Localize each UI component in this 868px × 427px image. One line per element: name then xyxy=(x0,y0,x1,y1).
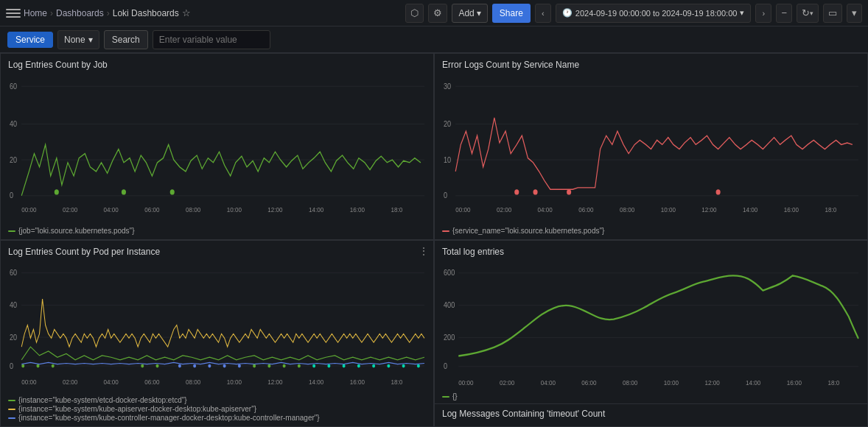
none-chevron-icon: ▾ xyxy=(88,35,93,45)
panel-total-logs: Total log entries 600 400 200 0 00:00 02… xyxy=(434,240,868,427)
panel-log-entries-job: Log Entries Count by Job 60 40 20 0 xyxy=(0,53,434,240)
legend-item-total: {} xyxy=(442,392,860,400)
share-button[interactable]: Share xyxy=(492,4,531,23)
menu-icon[interactable] xyxy=(6,6,21,21)
legend-color-total xyxy=(442,396,449,398)
svg-text:10:00: 10:00 xyxy=(661,205,676,214)
legend-color-apiserver xyxy=(8,409,15,410)
legend-color-service xyxy=(442,230,449,232)
svg-text:20: 20 xyxy=(444,119,451,128)
svg-text:600: 600 xyxy=(444,269,455,278)
service-tab[interactable]: Service xyxy=(7,32,53,48)
favorite-icon[interactable]: ☆ xyxy=(182,7,191,18)
legend-item-service: {service_name="loki.source.kubernetes.po… xyxy=(442,227,860,235)
svg-text:16:00: 16:00 xyxy=(784,205,799,214)
svg-text:12:00: 12:00 xyxy=(704,378,719,387)
none-label: None xyxy=(64,35,85,45)
svg-text:20: 20 xyxy=(10,333,18,342)
time-nav-right[interactable]: › xyxy=(755,4,771,23)
svg-text:00:00: 00:00 xyxy=(455,205,470,214)
filterbar: Service None ▾ Search xyxy=(0,27,868,53)
svg-point-58 xyxy=(208,364,211,368)
add-button[interactable]: Add ▾ xyxy=(452,4,487,23)
svg-point-54 xyxy=(141,364,144,368)
topbar-right: ⬡ ⚙ Add ▾ Share ‹ 🕐 2024-09-19 00:00:00 … xyxy=(405,4,862,23)
panel-menu-btn-pod[interactable]: ⋮ xyxy=(419,245,429,257)
panel-title-error-logs-service: Error Logs Count by Service Name xyxy=(442,60,860,70)
svg-point-65 xyxy=(312,364,315,368)
svg-text:14:00: 14:00 xyxy=(309,205,323,214)
svg-point-59 xyxy=(223,364,226,368)
settings-icon-btn[interactable]: ⚙ xyxy=(428,4,447,23)
svg-text:20: 20 xyxy=(10,155,17,164)
panel-log-entries-pod: Log Entries Count by Pod per Instance ⋮ … xyxy=(0,240,434,427)
svg-text:02:00: 02:00 xyxy=(500,378,514,387)
chart-legend-total: {} xyxy=(442,392,860,400)
svg-point-66 xyxy=(327,364,330,368)
svg-point-9 xyxy=(122,189,126,194)
legend-item-job: {job="loki.source.kubernetes.pods"} xyxy=(8,227,426,235)
breadcrumb: Home › Dashboards › Loki Dashboards xyxy=(24,8,179,18)
svg-text:14:00: 14:00 xyxy=(309,378,323,386)
monitor-btn[interactable]: ▭ xyxy=(823,4,842,23)
chart-svg-error-logs: 30 20 10 0 00:00 02:00 04:00 06:00 08 xyxy=(442,73,860,225)
chart-legend-log-entries-job: {job="loki.source.kubernetes.pods"} xyxy=(8,227,426,235)
svg-point-8 xyxy=(55,189,59,194)
refresh-btn[interactable]: ↻ ▾ xyxy=(797,4,819,23)
chart-svg-pod: 60 40 20 0 xyxy=(8,260,426,395)
svg-text:06:00: 06:00 xyxy=(581,378,596,387)
svg-text:18:0: 18:0 xyxy=(391,205,402,214)
svg-text:10:00: 10:00 xyxy=(227,378,242,386)
svg-text:18:0: 18:0 xyxy=(827,378,839,387)
svg-text:16:00: 16:00 xyxy=(350,205,365,214)
breadcrumb-dashboards[interactable]: Dashboards xyxy=(56,8,104,18)
panel-error-logs-service: Error Logs Count by Service Name 30 20 1… xyxy=(434,53,868,240)
svg-text:10: 10 xyxy=(444,155,451,164)
variable-input[interactable] xyxy=(153,30,270,49)
svg-text:00:00: 00:00 xyxy=(458,378,473,387)
legend-text-total: {} xyxy=(452,392,458,400)
svg-text:12:00: 12:00 xyxy=(267,205,282,214)
topbar-left: Home › Dashboards › Loki Dashboards ☆ xyxy=(6,6,401,21)
chart-error-logs-service: 30 20 10 0 00:00 02:00 04:00 06:00 08 xyxy=(442,73,860,225)
chart-total-logs: 600 400 200 0 00:00 02:00 04:00 06:00 08… xyxy=(442,260,860,391)
svg-text:30: 30 xyxy=(444,82,451,91)
svg-point-56 xyxy=(178,364,181,368)
breadcrumb-home[interactable]: Home xyxy=(24,8,47,18)
svg-point-61 xyxy=(253,364,256,368)
svg-point-51 xyxy=(21,364,24,368)
svg-point-64 xyxy=(298,364,301,368)
svg-text:00:00: 00:00 xyxy=(21,378,36,386)
svg-point-32 xyxy=(716,189,721,194)
svg-text:08:00: 08:00 xyxy=(186,378,200,386)
svg-point-72 xyxy=(417,364,420,368)
time-nav-left[interactable]: ‹ xyxy=(535,4,551,23)
cloud-icon-btn[interactable]: ⬡ xyxy=(405,4,424,23)
legend-item-apiserver: {instance="kube-system/kube-apiserver-do… xyxy=(8,405,426,413)
panel-title-log-entries-job: Log Entries Count by Job xyxy=(8,60,426,70)
legend-color-job xyxy=(8,230,15,232)
subpanel-total-logs: Total log entries 600 400 200 0 00:00 02… xyxy=(435,241,867,404)
svg-text:400: 400 xyxy=(444,301,455,310)
svg-text:14:00: 14:00 xyxy=(746,378,760,387)
svg-text:18:0: 18:0 xyxy=(825,205,836,214)
svg-point-52 xyxy=(36,364,39,368)
svg-point-67 xyxy=(343,364,346,368)
breadcrumb-loki[interactable]: Loki Dashboards xyxy=(113,8,179,18)
svg-point-68 xyxy=(357,364,360,368)
svg-point-71 xyxy=(402,364,405,368)
none-dropdown[interactable]: None ▾ xyxy=(57,30,99,49)
subpanel-timeout: Log Messages Containing 'timeout' Count xyxy=(435,404,867,426)
zoom-out-btn[interactable]: − xyxy=(776,4,792,23)
share-label: Share xyxy=(500,8,523,18)
svg-point-55 xyxy=(155,364,158,368)
svg-text:60: 60 xyxy=(10,269,18,278)
svg-text:18:0: 18:0 xyxy=(391,378,402,386)
more-btn[interactable]: ▾ xyxy=(847,4,862,23)
time-range-picker[interactable]: 🕐 2024-09-19 00:00:00 to 2024-09-19 18:0… xyxy=(556,4,752,23)
add-chevron-icon: ▾ xyxy=(477,8,481,18)
legend-color-etcd xyxy=(8,400,15,401)
panel-title-total-logs: Total log entries xyxy=(442,247,860,257)
search-button[interactable]: Search xyxy=(104,30,148,49)
svg-text:06:00: 06:00 xyxy=(144,378,159,386)
